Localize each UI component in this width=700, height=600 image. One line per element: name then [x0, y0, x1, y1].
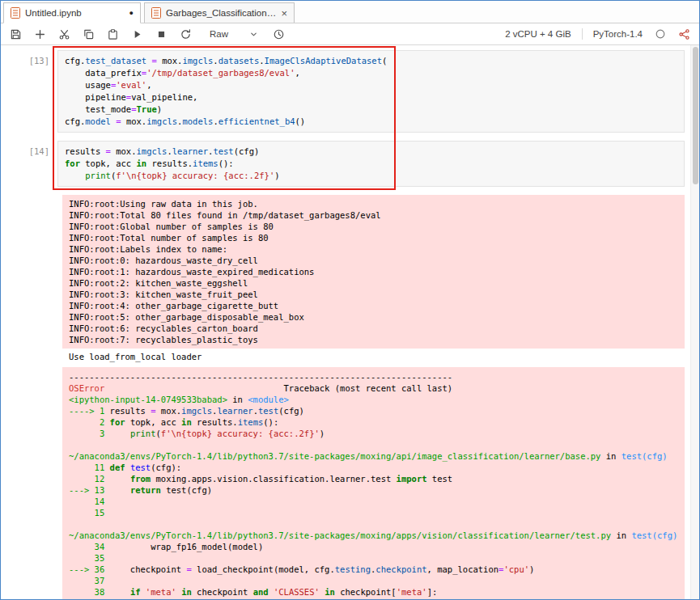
copy-cell-button[interactable]: [82, 27, 95, 41]
resource-spec-label: 2 vCPU + 4 GiB: [505, 29, 571, 39]
tab-bar: Untitled.ipynb ● Garbages_Classification…: [1, 1, 699, 23]
vertical-scrollbar[interactable]: [690, 45, 699, 599]
code-editor-13[interactable]: cfg.test_dataset = mox.imgcls.datasets.I…: [57, 50, 685, 133]
stdout-output: Use load_from_local loader: [62, 349, 685, 365]
code-cell-13[interactable]: [13] cfg.test_dataset = mox.imgcls.datas…: [1, 50, 685, 133]
cell-type-dropdown[interactable]: Raw: [206, 27, 261, 40]
stop-kernel-button[interactable]: [155, 27, 168, 41]
close-tab-icon[interactable]: ×: [281, 8, 287, 19]
notebook-file-icon: [151, 7, 161, 19]
run-cell-button[interactable]: [130, 27, 144, 41]
execution-count-13: [13]: [1, 50, 57, 133]
cut-cell-button[interactable]: [57, 27, 71, 41]
cell-type-value: Raw: [210, 29, 228, 39]
toolbar-divider: [582, 28, 583, 40]
tab-label: Garbages_Classification.ipynl: [166, 8, 276, 18]
notebook-toolbar: Raw 2 vCPU + 4 GiB PyTorch-1.4: [1, 23, 699, 45]
tab-garbages-classification[interactable]: Garbages_Classification.ipynl ×: [144, 2, 295, 23]
code-cell-14[interactable]: [14] results = mox.imgcls.learner.test(c…: [1, 141, 685, 187]
stderr-output: INFO:root:Using raw data in this job.INF…: [62, 195, 685, 349]
output-prompt-gutter: [1, 195, 57, 599]
history-clock-button[interactable]: [272, 27, 286, 41]
error-traceback-output: ----------------------------------------…: [62, 367, 685, 599]
output-column: INFO:root:Using raw data in this job.INF…: [62, 195, 685, 599]
paste-cell-button[interactable]: [106, 27, 120, 41]
scrollbar-thumb[interactable]: [693, 47, 698, 184]
save-button[interactable]: [9, 27, 23, 41]
tab-untitled-notebook[interactable]: Untitled.ipynb ●: [3, 2, 141, 23]
kernel-name-label[interactable]: PyTorch-1.4: [593, 29, 643, 39]
tab-label: Untitled.ipynb: [25, 8, 125, 18]
code-editor-14[interactable]: results = mox.imgcls.learner.test(cfg)fo…: [57, 141, 685, 187]
output-area: INFO:root:Using raw data in this job.INF…: [1, 195, 685, 599]
add-cell-button[interactable]: [33, 27, 47, 41]
unsaved-indicator: ●: [129, 9, 134, 17]
notebook-content: [13] cfg.test_dataset = mox.imgcls.datas…: [1, 45, 699, 599]
notebook-window: Untitled.ipynb ● Garbages_Classification…: [0, 0, 700, 600]
execution-count-14: [14]: [1, 141, 57, 187]
restart-kernel-button[interactable]: [179, 27, 193, 41]
chevron-down-icon: [249, 30, 258, 39]
kernel-status-icon: [653, 27, 667, 41]
notebook-file-icon: [11, 7, 20, 19]
share-button[interactable]: [677, 27, 691, 41]
